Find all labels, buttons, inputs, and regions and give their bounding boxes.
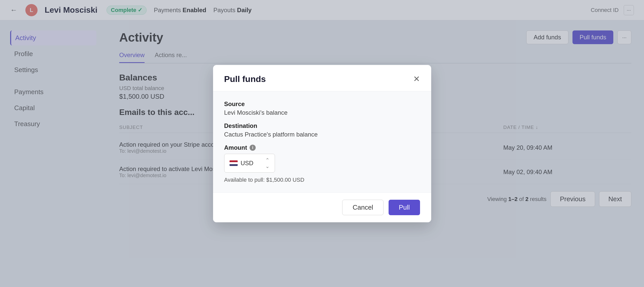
modal-body: Source Levi Mosciski's balance Destinati… xyxy=(213,91,431,192)
modal-title: Pull funds xyxy=(224,74,266,84)
modal-overlay[interactable]: Pull funds ✕ Source Levi Mosciski's bala… xyxy=(0,0,644,287)
available-text: Available to pull: $1,500.00 USD xyxy=(224,177,420,183)
currency-select[interactable]: USD ⌃⌄ xyxy=(224,154,275,173)
pull-button[interactable]: Pull xyxy=(389,200,420,215)
modal-header: Pull funds ✕ xyxy=(213,65,431,91)
flag-icon xyxy=(230,160,238,166)
pull-funds-modal: Pull funds ✕ Source Levi Mosciski's bala… xyxy=(213,65,431,222)
currency-label: USD xyxy=(241,160,254,167)
source-label: Source xyxy=(224,100,420,108)
destination-label: Destination xyxy=(224,122,420,129)
cancel-button[interactable]: Cancel xyxy=(342,200,384,215)
amount-label: Amount i xyxy=(224,144,420,151)
modal-footer: Cancel Pull xyxy=(213,192,431,222)
source-value: Levi Mosciski's balance xyxy=(224,109,420,116)
destination-value: Cactus Practice's platform balance xyxy=(224,131,420,138)
close-icon[interactable]: ✕ xyxy=(413,75,420,83)
chevron-icon: ⌃⌄ xyxy=(265,157,270,169)
info-icon: i xyxy=(250,145,256,151)
